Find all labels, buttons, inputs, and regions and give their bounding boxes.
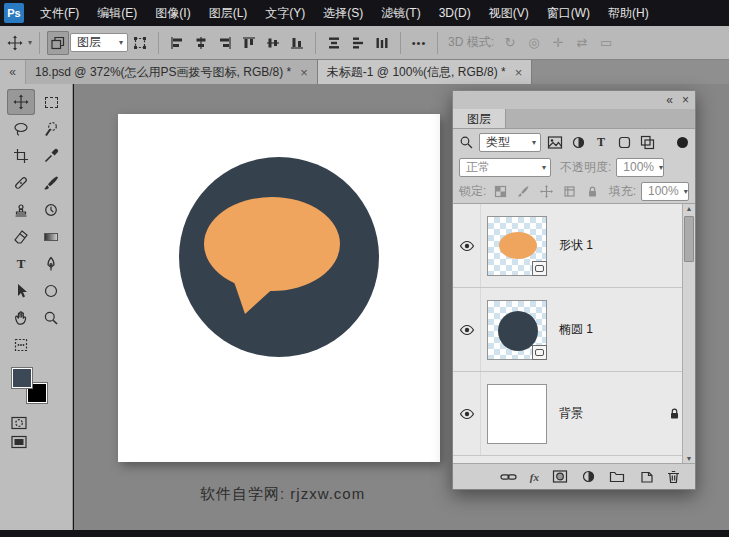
scroll-up-arrow[interactable]: ▲ — [686, 205, 693, 212]
blend-mode-select[interactable]: 正常 ▾ — [459, 158, 551, 177]
layer-filtering-toggle[interactable] — [677, 137, 688, 148]
fill-select[interactable]: 100% ▾ — [641, 182, 689, 201]
more-align-options-button[interactable]: ••• — [408, 31, 430, 55]
layer-thumbnail[interactable] — [487, 300, 547, 360]
layer-thumbnail[interactable] — [487, 216, 547, 276]
opacity-select[interactable]: 100% ▾ — [616, 158, 664, 177]
edit-toolbar-button[interactable] — [7, 332, 35, 358]
align-top-edges-button[interactable] — [238, 31, 260, 55]
document-tab-1-label: 18.psd @ 372%(怎么用PS画拨号图标, RGB/8) * — [35, 64, 291, 81]
filter-smart-objects-button[interactable] — [638, 133, 656, 151]
visibility-toggle[interactable] — [453, 204, 481, 287]
layer-thumbnail[interactable] — [487, 384, 547, 444]
filter-pixel-layers-button[interactable] — [546, 133, 564, 151]
ellipse-shape-tool-button[interactable] — [37, 278, 65, 304]
document-tab-1[interactable]: 18.psd @ 372%(怎么用PS画拨号图标, RGB/8) * × — [26, 60, 318, 84]
menu-item-3d[interactable]: 3D(D) — [430, 0, 480, 26]
distribute-bottom-edges-button[interactable] — [371, 31, 393, 55]
toolbar-collapse-button[interactable]: « — [0, 60, 26, 84]
menu-item-layer[interactable]: 图层(L) — [200, 0, 257, 26]
layer-row-shape1[interactable]: 形状 1 — [453, 204, 695, 288]
threed-roll-button[interactable]: ◎ — [523, 31, 545, 55]
quick-selection-tool-button[interactable] — [37, 116, 65, 142]
menu-item-help[interactable]: 帮助(H) — [599, 0, 658, 26]
lock-transparent-pixels-button[interactable] — [491, 182, 509, 200]
lock-artboard-button[interactable] — [560, 182, 578, 200]
tool-preset-picker[interactable]: ▾ — [7, 31, 32, 55]
eyedropper-tool-button[interactable] — [37, 143, 65, 169]
menu-item-window[interactable]: 窗口(W) — [538, 0, 599, 26]
document-tab-2[interactable]: 未标题-1 @ 100%(信息, RGB/8) * × — [318, 60, 532, 84]
crop-tool-button[interactable] — [7, 143, 35, 169]
align-left-edges-button[interactable] — [166, 31, 188, 55]
align-bottom-edges-button[interactable] — [286, 31, 308, 55]
distribute-top-edges-button[interactable] — [323, 31, 345, 55]
filter-type-select[interactable]: 类型 ▾ — [479, 133, 541, 152]
lock-all-button[interactable] — [583, 182, 601, 200]
threed-slide-button[interactable]: ⇄ — [571, 31, 593, 55]
align-right-edges-button[interactable] — [214, 31, 236, 55]
filter-shape-layers-button[interactable] — [615, 133, 633, 151]
new-adjustment-layer-icon[interactable] — [581, 469, 596, 484]
chevron-down-icon: ▾ — [119, 38, 123, 47]
threed-scale-button[interactable]: ▭ — [595, 31, 617, 55]
brush-tool-button[interactable] — [37, 170, 65, 196]
healing-brush-tool-button[interactable] — [7, 170, 35, 196]
threed-orbit-button[interactable]: ↻ — [499, 31, 521, 55]
zoom-tool-button[interactable] — [37, 305, 65, 331]
panel-collapse-button[interactable]: « — [666, 94, 673, 106]
history-brush-tool-button[interactable] — [37, 197, 65, 223]
divider — [400, 32, 401, 54]
scroll-down-arrow[interactable]: ▼ — [686, 455, 693, 462]
align-horizontal-centers-button[interactable] — [190, 31, 212, 55]
menu-item-filter[interactable]: 滤镜(T) — [372, 0, 429, 26]
hand-tool-button[interactable] — [7, 305, 35, 331]
menu-item-file[interactable]: 文件(F) — [31, 0, 88, 26]
layer-style-button[interactable]: fx — [530, 471, 539, 483]
menu-item-view[interactable]: 视图(V) — [480, 0, 538, 26]
menu-item-edit[interactable]: 编辑(E) — [88, 0, 146, 26]
screen-mode-button[interactable] — [10, 434, 72, 450]
clone-stamp-tool-button[interactable] — [7, 197, 35, 223]
delete-layer-icon[interactable] — [666, 469, 681, 484]
layer-row-background[interactable]: 背景 — [453, 372, 695, 456]
close-icon[interactable]: × — [515, 66, 523, 79]
auto-select-toggle[interactable] — [47, 31, 69, 55]
eraser-tool-button[interactable] — [7, 224, 35, 250]
lasso-tool-button[interactable] — [7, 116, 35, 142]
lock-image-pixels-button[interactable] — [514, 182, 532, 200]
gradient-tool-button[interactable] — [37, 224, 65, 250]
path-selection-tool-button[interactable] — [7, 278, 35, 304]
visibility-toggle[interactable] — [453, 372, 481, 455]
menu-item-image[interactable]: 图像(I) — [146, 0, 199, 26]
visibility-toggle[interactable] — [453, 288, 481, 371]
show-transform-controls-toggle[interactable] — [129, 31, 151, 55]
marquee-tool-button[interactable] — [37, 89, 65, 115]
scrollbar-thumb[interactable] — [684, 216, 694, 262]
menu-item-type[interactable]: 文字(Y) — [256, 0, 314, 26]
pen-tool-button[interactable] — [37, 251, 65, 277]
threed-pan-button[interactable]: ✛ — [547, 31, 569, 55]
tab-layers[interactable]: 图层 — [453, 109, 506, 128]
edit-toolbar-icon — [13, 337, 29, 353]
align-vertical-centers-button[interactable] — [262, 31, 284, 55]
auto-select-scope-select[interactable]: 图层 ▾ — [70, 33, 128, 52]
layer-row-ellipse1[interactable]: 椭圆 1 — [453, 288, 695, 372]
foreground-color-swatch[interactable] — [12, 368, 32, 388]
distribute-vertical-centers-button[interactable] — [347, 31, 369, 55]
panel-close-button[interactable]: × — [682, 94, 689, 106]
layers-scrollbar[interactable]: ▲ ▼ — [682, 204, 695, 463]
move-tool-button[interactable] — [7, 89, 35, 115]
menu-item-select[interactable]: 选择(S) — [314, 0, 372, 26]
add-layer-mask-icon[interactable] — [552, 469, 568, 484]
link-layers-icon[interactable] — [500, 469, 517, 485]
document-canvas[interactable] — [118, 114, 440, 462]
quick-mask-button[interactable] — [10, 415, 72, 431]
lock-position-button[interactable] — [537, 182, 555, 200]
new-group-icon[interactable] — [609, 469, 625, 484]
filter-type-layers-button[interactable]: T — [592, 133, 610, 151]
close-icon[interactable]: × — [300, 66, 308, 79]
new-layer-icon[interactable] — [638, 469, 653, 484]
filter-adjustment-layers-button[interactable] — [569, 133, 587, 151]
type-tool-button[interactable]: T — [7, 251, 35, 277]
